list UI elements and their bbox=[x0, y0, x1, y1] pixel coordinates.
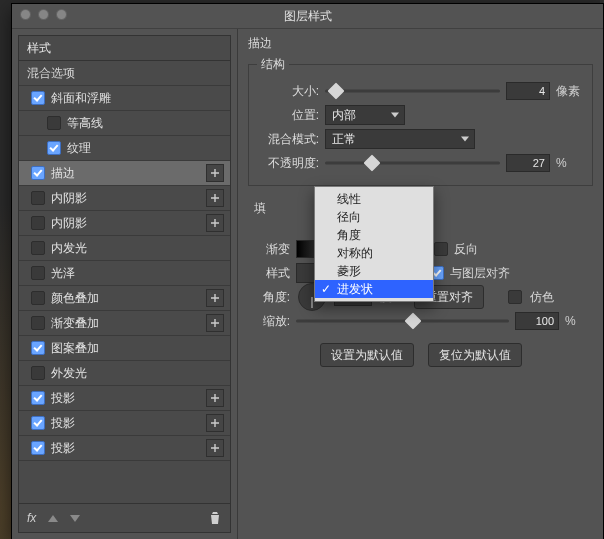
styles-header: 样式 bbox=[19, 36, 230, 61]
effect-label: 纹理 bbox=[67, 140, 224, 157]
effect-checkbox[interactable] bbox=[31, 241, 45, 255]
add-effect-button[interactable] bbox=[206, 439, 224, 457]
opacity-unit: % bbox=[556, 156, 584, 170]
traffic-lights bbox=[20, 9, 67, 20]
position-select[interactable]: 内部 bbox=[325, 105, 405, 125]
effect-row[interactable]: 内阴影 bbox=[19, 186, 230, 211]
add-effect-button[interactable] bbox=[206, 164, 224, 182]
size-input[interactable] bbox=[506, 82, 550, 100]
reverse-label: 反向 bbox=[454, 241, 478, 258]
effect-label: 渐变叠加 bbox=[51, 315, 200, 332]
effect-row[interactable]: 投影 bbox=[19, 386, 230, 411]
dropdown-option[interactable]: 对称的 bbox=[315, 244, 433, 262]
fx-menu-button[interactable]: fx bbox=[27, 511, 36, 525]
add-effect-button[interactable] bbox=[206, 414, 224, 432]
zoom-window-button[interactable] bbox=[56, 9, 67, 20]
delete-effect-button[interactable] bbox=[208, 511, 222, 525]
window-titlebar[interactable]: 图层样式 bbox=[12, 4, 603, 29]
effect-checkbox[interactable] bbox=[31, 291, 45, 305]
position-value: 内部 bbox=[332, 107, 356, 124]
dropdown-option[interactable]: 菱形 bbox=[315, 262, 433, 280]
move-down-button[interactable] bbox=[70, 515, 80, 522]
layer-style-window: 图层样式 样式 混合选项 斜面和浮雕等高线纹理描边内阴影内阴影内发光光泽颜色叠加… bbox=[12, 4, 603, 539]
dropdown-option[interactable]: 径向 bbox=[315, 208, 433, 226]
effect-row[interactable]: 投影 bbox=[19, 436, 230, 461]
effect-row[interactable]: 内阴影 bbox=[19, 211, 230, 236]
effect-label: 投影 bbox=[51, 390, 200, 407]
style-label: 样式 bbox=[248, 265, 290, 282]
move-up-button[interactable] bbox=[48, 515, 58, 522]
size-unit: 像素 bbox=[556, 83, 584, 100]
effect-label: 内阴影 bbox=[51, 215, 200, 232]
dither-checkbox[interactable] bbox=[508, 290, 522, 304]
effect-row[interactable]: 颜色叠加 bbox=[19, 286, 230, 311]
effect-label: 内发光 bbox=[51, 240, 224, 257]
effect-checkbox[interactable] bbox=[31, 91, 45, 105]
effect-checkbox[interactable] bbox=[31, 316, 45, 330]
add-effect-button[interactable] bbox=[206, 189, 224, 207]
effect-checkbox[interactable] bbox=[31, 166, 45, 180]
dither-label: 仿色 bbox=[530, 289, 554, 306]
effect-row[interactable]: 斜面和浮雕 bbox=[19, 86, 230, 111]
blending-options-row[interactable]: 混合选项 bbox=[19, 61, 230, 86]
scale-slider[interactable] bbox=[296, 315, 509, 327]
add-effect-button[interactable] bbox=[206, 314, 224, 332]
angle-label: 角度: bbox=[248, 289, 290, 306]
effect-row[interactable]: 等高线 bbox=[19, 111, 230, 136]
opacity-label: 不透明度: bbox=[257, 155, 319, 172]
opacity-slider[interactable] bbox=[325, 157, 500, 169]
scale-unit: % bbox=[565, 314, 593, 328]
effect-checkbox[interactable] bbox=[31, 341, 45, 355]
effect-label: 颜色叠加 bbox=[51, 290, 200, 307]
effect-checkbox[interactable] bbox=[31, 416, 45, 430]
effect-row[interactable]: 渐变叠加 bbox=[19, 311, 230, 336]
minimize-window-button[interactable] bbox=[38, 9, 49, 20]
effect-checkbox[interactable] bbox=[31, 366, 45, 380]
effect-label: 投影 bbox=[51, 415, 200, 432]
effect-checkbox[interactable] bbox=[31, 191, 45, 205]
effect-row[interactable]: 纹理 bbox=[19, 136, 230, 161]
effect-checkbox[interactable] bbox=[31, 216, 45, 230]
set-default-button[interactable]: 设置为默认值 bbox=[320, 343, 414, 367]
effect-row[interactable]: 光泽 bbox=[19, 261, 230, 286]
position-label: 位置: bbox=[257, 107, 319, 124]
effect-row[interactable]: 内发光 bbox=[19, 236, 230, 261]
size-slider[interactable] bbox=[325, 85, 500, 97]
add-effect-button[interactable] bbox=[206, 214, 224, 232]
style-dropdown-popup[interactable]: 线性径向角度对称的菱形进发状 bbox=[314, 186, 434, 302]
close-window-button[interactable] bbox=[20, 9, 31, 20]
reverse-checkbox[interactable] bbox=[434, 242, 448, 256]
panel-title: 描边 bbox=[248, 35, 593, 52]
effect-label: 外发光 bbox=[51, 365, 224, 382]
dropdown-option[interactable]: 角度 bbox=[315, 226, 433, 244]
dropdown-option[interactable]: 线性 bbox=[315, 190, 433, 208]
gradient-label: 渐变 bbox=[248, 241, 290, 258]
effect-checkbox[interactable] bbox=[31, 441, 45, 455]
effect-row[interactable]: 外发光 bbox=[19, 361, 230, 386]
effect-row[interactable]: 描边 bbox=[19, 161, 230, 186]
add-effect-button[interactable] bbox=[206, 289, 224, 307]
effect-label: 斜面和浮雕 bbox=[51, 90, 224, 107]
effect-label: 等高线 bbox=[67, 115, 224, 132]
effects-footer: fx bbox=[19, 503, 230, 532]
effect-checkbox[interactable] bbox=[31, 391, 45, 405]
add-effect-button[interactable] bbox=[206, 389, 224, 407]
opacity-input[interactable] bbox=[506, 154, 550, 172]
effect-row[interactable]: 投影 bbox=[19, 411, 230, 436]
effect-label: 投影 bbox=[51, 440, 200, 457]
scale-label: 缩放: bbox=[248, 313, 290, 330]
structure-group: 结构 大小: 像素 位置: 内部 混合模式: bbox=[248, 56, 593, 186]
scale-input[interactable] bbox=[515, 312, 559, 330]
window-title: 图层样式 bbox=[284, 9, 332, 23]
effect-row[interactable]: 图案叠加 bbox=[19, 336, 230, 361]
reset-default-button[interactable]: 复位为默认值 bbox=[428, 343, 522, 367]
blend-mode-select[interactable]: 正常 bbox=[325, 129, 475, 149]
effect-label: 内阴影 bbox=[51, 190, 200, 207]
effect-checkbox[interactable] bbox=[47, 141, 61, 155]
effect-label: 图案叠加 bbox=[51, 340, 224, 357]
effect-checkbox[interactable] bbox=[31, 266, 45, 280]
effect-checkbox[interactable] bbox=[47, 116, 61, 130]
effect-label: 光泽 bbox=[51, 265, 224, 282]
dropdown-option[interactable]: 进发状 bbox=[315, 280, 433, 298]
effect-label: 描边 bbox=[51, 165, 200, 182]
